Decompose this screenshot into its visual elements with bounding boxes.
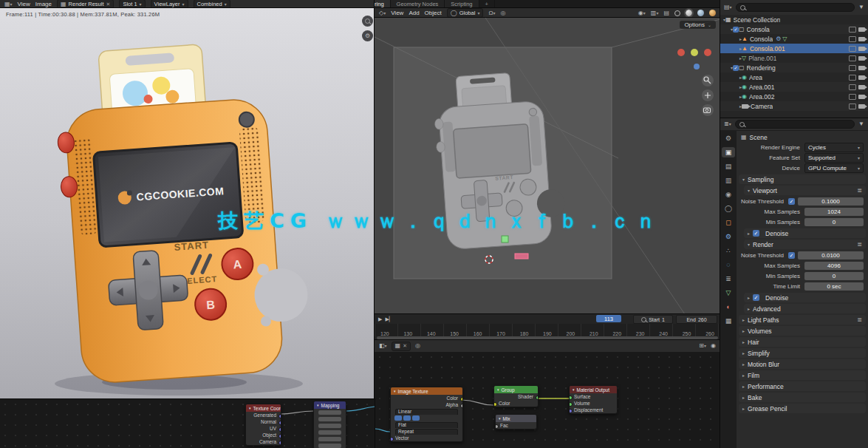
preset-menu-icon[interactable]: ≣ [857, 187, 862, 194]
material-properties-tab[interactable]: ◐ [722, 302, 735, 312]
socket-volume[interactable] [570, 402, 573, 407]
material-datablock[interactable]: ▦ ✕ [392, 342, 411, 351]
menu-image[interactable]: Image [35, 1, 52, 7]
shading-rendered-button[interactable] [709, 10, 716, 16]
socket-surface[interactable] [570, 396, 573, 400]
viewport-visibility-icon[interactable] [849, 94, 856, 100]
projection-dropdown[interactable]: Flat [395, 422, 458, 428]
render-visibility-icon[interactable] [858, 37, 865, 41]
sampling-viewport-panel-header[interactable]: ▾Viewport≣ [744, 186, 866, 195]
menu-object[interactable]: Object [425, 10, 442, 16]
performance-panel-header[interactable]: ▸Performance [739, 381, 866, 391]
denoise-checkbox[interactable]: ✓ [753, 230, 759, 237]
nav-gizmo-x-axis[interactable] [677, 49, 685, 56]
node-image-texture[interactable]: ▾Image Texture Color Alpha Linear Flat R… [390, 387, 463, 442]
motion-blur-panel-header[interactable]: ▸Motion Blur [739, 359, 866, 369]
render-properties-tab[interactable]: ▣ [722, 147, 735, 157]
node-header[interactable]: ▾Mix [496, 415, 536, 422]
render-visibility-icon[interactable] [858, 56, 865, 61]
shading-solid-button[interactable] [686, 10, 692, 16]
node-header[interactable]: ▾Texture Coordinate [246, 404, 281, 412]
object-data-properties-tab[interactable]: ▽ [722, 288, 735, 298]
frame-start-field[interactable]: Start1 [633, 315, 673, 324]
nav-gizmo-y-axis[interactable] [691, 49, 698, 56]
particles-properties-tab[interactable]: ∴ [722, 245, 735, 256]
frame-end-field[interactable]: End260 [676, 315, 717, 324]
gizmo-toggle-icon[interactable]: ◉▾ [638, 10, 646, 16]
shading-material-button[interactable] [697, 10, 704, 16]
socket-color[interactable] [460, 397, 463, 401]
outliner-row-object[interactable]: ▸ ▲ Consola ⚙ ▽ [720, 34, 868, 44]
scene-properties-tab[interactable]: ◉ [722, 189, 735, 200]
render-visibility-icon[interactable] [858, 27, 865, 32]
viewport-visibility-icon[interactable] [849, 103, 856, 109]
render-min-samples-field[interactable]: 0 [804, 272, 864, 280]
output-properties-tab[interactable]: ▤ [722, 161, 735, 172]
outliner-row-light[interactable]: ▸ ◉ Area.002 [720, 92, 868, 101]
node-material-output[interactable]: ▾Material Output Surface Volume Displace… [569, 385, 618, 414]
value-slider[interactable] [318, 410, 341, 415]
node-header[interactable]: ▾Image Texture [391, 387, 462, 395]
advanced-panel-header[interactable]: ▸Advanced [744, 304, 866, 313]
value-slider[interactable] [318, 437, 341, 441]
denoise-checkbox[interactable]: ✓ [753, 294, 759, 301]
viewport-zoom-button[interactable] [702, 75, 714, 86]
render-noise-threshold-field[interactable]: 0.0100 [798, 251, 864, 259]
shading-wireframe-button[interactable] [674, 10, 680, 16]
tab-scripting[interactable]: Scripting [445, 0, 479, 8]
add-workspace-button[interactable]: + [479, 0, 495, 8]
socket-color[interactable] [494, 402, 497, 407]
area-light-selected[interactable] [515, 254, 528, 259]
value-slider[interactable] [318, 417, 341, 421]
outliner-row-object-selected[interactable]: ▸ ▲ Consola.001 [720, 44, 868, 53]
filter-icon[interactable]: ▼ [858, 121, 864, 127]
outliner-row-light[interactable]: ▸ ◉ Area.001 [720, 82, 868, 92]
jump-end-icon[interactable]: ▶▏ [385, 316, 393, 322]
node-snap-icon[interactable]: ⊞▾ [699, 343, 706, 349]
interpolation-dropdown[interactable]: Linear [395, 409, 458, 415]
socket-displacement[interactable] [570, 409, 573, 413]
overlays-toggle-icon[interactable]: ▥▾ [651, 10, 659, 16]
current-frame-field[interactable]: 113 [596, 315, 621, 322]
outliner-search-input[interactable] [736, 3, 855, 12]
socket-shader[interactable] [536, 396, 539, 400]
object-properties-tab[interactable]: ◻ [722, 217, 735, 228]
play-button[interactable]: ▶ [378, 316, 382, 322]
node-header[interactable]: ▾Material Output [570, 386, 617, 393]
node-header[interactable]: ▾Group [494, 386, 538, 393]
outliner-editor-type-icon[interactable]: ▤▾ [724, 4, 732, 10]
sampling-render-panel-header[interactable]: ▾Render≣ [744, 240, 866, 249]
viewport-canvas[interactable]: START [375, 18, 720, 314]
viewport-options-dropdown[interactable]: Options⌄ [680, 21, 716, 29]
noise-threshold-checkbox[interactable]: ✓ [788, 252, 795, 259]
hair-panel-header[interactable]: ▸Hair [739, 337, 866, 347]
viewport-camera-button[interactable] [702, 104, 714, 116]
image-options-button[interactable]: ⚙ [362, 30, 373, 41]
feature-set-dropdown[interactable]: Supported▾ [804, 153, 864, 163]
timeline-ruler[interactable]: 120 130 140 150 160 170 180 190 200 210 … [375, 324, 720, 336]
socket-normal[interactable] [278, 421, 281, 425]
socket-fac[interactable] [496, 424, 499, 429]
socket-alpha[interactable] [460, 404, 463, 408]
light-paths-panel-header[interactable]: ▸Light Paths≣ [739, 315, 866, 325]
viewport-visibility-icon[interactable] [849, 36, 856, 42]
noise-threshold-checkbox[interactable]: ✓ [788, 198, 795, 205]
simplify-panel-header[interactable]: ▸Simplify [739, 348, 866, 358]
properties-search-input[interactable] [735, 120, 855, 129]
viewport-visibility-icon[interactable] [849, 65, 856, 71]
filter-icon[interactable]: ▼ [858, 4, 864, 10]
render-denoise-panel-header[interactable]: ▸✓Denoise [744, 293, 866, 302]
render-engine-dropdown[interactable]: Cycles▾ [804, 143, 864, 152]
render-visibility-icon[interactable] [858, 47, 865, 51]
render-visibility-icon[interactable] [858, 104, 865, 109]
projection-buttons[interactable] [391, 415, 462, 421]
viewport-visibility-icon[interactable] [849, 55, 856, 61]
outliner-row-light[interactable]: ▸ ◉ Area [720, 72, 868, 82]
viewport-noise-threshold-field[interactable]: 0.1000 [798, 197, 864, 206]
outliner-row-mesh-data[interactable]: ▸ ▽ Plane.001 [720, 53, 868, 63]
viewport-visibility-icon[interactable] [849, 84, 856, 90]
render-visibility-icon[interactable] [858, 66, 865, 70]
node-overlays-icon[interactable]: ◉ [711, 343, 716, 349]
node-mix[interactable]: ▾Mix Fac [495, 414, 537, 430]
time-limit-field[interactable]: 0 sec [804, 282, 864, 291]
